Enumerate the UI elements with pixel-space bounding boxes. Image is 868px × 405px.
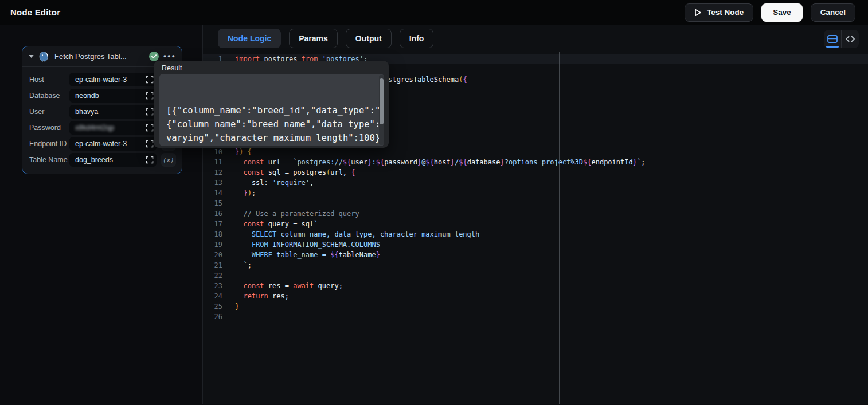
node-menu-icon[interactable]: ●●● xyxy=(163,54,176,59)
code-line-content: }) { xyxy=(229,147,252,157)
postgres-logo-icon xyxy=(38,51,50,62)
code-line-content: WHERE table_name = ${tableName} xyxy=(229,250,380,260)
result-json-line: varying","character_maximum_length":100}… xyxy=(166,131,377,145)
line-number: 15 xyxy=(203,198,229,209)
code-line-content: SELECT column_name, data_type, character… xyxy=(229,229,479,239)
line-number: 24 xyxy=(203,291,229,301)
field-value: dog_breeds xyxy=(75,156,113,164)
line-number: 16 xyxy=(203,209,229,219)
code-line: 21 `; xyxy=(203,260,868,270)
expand-icon[interactable] xyxy=(146,140,154,148)
line-number: 23 xyxy=(203,281,229,291)
line-number: 13 xyxy=(203,178,229,188)
code-line-content: }); xyxy=(229,188,256,198)
code-line: 17 const query = sql` xyxy=(203,219,868,229)
code-line-content: } xyxy=(229,301,239,312)
field-label: Table Name xyxy=(29,156,69,164)
code-line-content: `; xyxy=(229,260,252,270)
code-line: 26 xyxy=(203,312,868,322)
page-title: Node Editor xyxy=(10,7,60,17)
field-value: neondb xyxy=(75,92,99,100)
line-number: 12 xyxy=(203,167,229,178)
editor-tabs: Node LogicParamsOutputInfo xyxy=(203,25,868,52)
variable-badge[interactable]: (x) xyxy=(161,153,176,167)
success-check-icon xyxy=(149,52,159,61)
code-view-button[interactable] xyxy=(841,30,858,48)
field-value: bhavya xyxy=(75,108,98,116)
code-line-content: return res; xyxy=(229,291,289,301)
code-line: 10}) { xyxy=(203,147,868,157)
field-value: ep-calm-water-3 xyxy=(75,76,127,84)
field-value: x8kd4mt2qp xyxy=(75,124,114,132)
line-number: 26 xyxy=(203,312,229,322)
code-line: 22 xyxy=(203,270,868,281)
result-json-line: {"column_name":"origin","data_type":"cha… xyxy=(166,145,377,146)
expand-icon[interactable] xyxy=(146,108,154,116)
print-margin-ruler xyxy=(559,52,560,404)
line-number: 22 xyxy=(203,270,229,281)
code-line: 24 return res; xyxy=(203,291,868,301)
code-line: 20 WHERE table_name = ${tableName} xyxy=(203,250,868,260)
code-line-content: const query = sql` xyxy=(229,219,318,229)
active-view-underline xyxy=(826,46,839,48)
code-line: 14 }); xyxy=(203,188,868,198)
topbar: Node Editor Test Node Save Cancel xyxy=(0,0,868,25)
code-view-icon xyxy=(846,36,855,42)
expand-icon[interactable] xyxy=(146,156,154,164)
result-popover-title: Result xyxy=(162,64,182,72)
field-value: ep-calm-water-3 xyxy=(75,140,127,148)
field-input[interactable]: ep-calm-water-3 xyxy=(69,73,157,86)
line-number: 17 xyxy=(203,219,229,229)
code-line: 19 FROM INFORMATION_SCHEMA.COLUMNS xyxy=(203,239,868,250)
code-line: 25} xyxy=(203,301,868,312)
popover-scrollbar-thumb[interactable] xyxy=(380,78,384,124)
field-label: Password xyxy=(29,124,69,132)
test-node-label: Test Node xyxy=(707,8,744,17)
field-input[interactable]: neondb xyxy=(69,89,157,103)
tab-node-logic[interactable]: Node Logic xyxy=(218,29,281,48)
tab-params[interactable]: Params xyxy=(289,29,338,48)
code-line: 18 SELECT column_name, data_type, charac… xyxy=(203,229,868,239)
code-line: 16 // Use a parameterized query xyxy=(203,209,868,219)
result-json-line: [{"column_name":"breed_id","data_type":"… xyxy=(166,104,377,117)
field-input[interactable]: bhavya xyxy=(69,105,157,119)
expand-icon[interactable] xyxy=(146,92,154,100)
field-input[interactable]: dog_breeds xyxy=(69,153,157,167)
field-badge-slot: (x) xyxy=(157,153,176,167)
expand-icon[interactable] xyxy=(146,124,154,132)
code-line-content xyxy=(229,198,235,209)
cancel-button[interactable]: Cancel xyxy=(811,3,855,22)
field-label: Endpoint ID xyxy=(29,140,69,148)
split-view-icon xyxy=(827,35,838,43)
result-json-block: [{"column_name":"breed_id","data_type":"… xyxy=(159,74,384,146)
tab-info[interactable]: Info xyxy=(400,29,434,48)
result-json-line: {"column_name":"breed_name","data_type":… xyxy=(166,117,377,131)
play-icon xyxy=(694,9,701,17)
field-label: Host xyxy=(29,76,69,84)
code-line: 12 const sql = postgres(url, { xyxy=(203,167,868,178)
field-input[interactable]: x8kd4mt2qp xyxy=(69,121,157,135)
save-button[interactable]: Save xyxy=(761,3,803,22)
field-input[interactable]: ep-calm-water-3 xyxy=(69,137,157,151)
line-number: 11 xyxy=(203,157,229,167)
split-view-button[interactable] xyxy=(824,30,841,48)
line-number: 25 xyxy=(203,301,229,312)
code-line-content xyxy=(229,270,235,281)
test-node-button[interactable]: Test Node xyxy=(685,3,753,22)
line-number: 14 xyxy=(203,188,229,198)
line-number: 10 xyxy=(203,147,229,157)
popover-scrollbar-track[interactable] xyxy=(379,75,384,145)
code-line-content: FROM INFORMATION_SCHEMA.COLUMNS xyxy=(229,239,380,250)
code-line-content: const url = `postgres://${user}:${passwo… xyxy=(229,157,645,167)
expand-icon[interactable] xyxy=(146,76,154,84)
collapse-caret-icon[interactable] xyxy=(29,55,34,58)
code-line-content: // Use a parameterized query xyxy=(229,209,359,219)
line-number: 20 xyxy=(203,250,229,260)
view-toggle xyxy=(824,30,859,48)
tab-output[interactable]: Output xyxy=(346,29,392,48)
code-line-content xyxy=(229,312,235,322)
code-line: 11 const url = `postgres://${user}:${pas… xyxy=(203,157,868,167)
code-line-content: ssl: 'require', xyxy=(229,178,314,188)
field-label: User xyxy=(29,108,69,116)
field-row-table-name: Table Namedog_breeds(x) xyxy=(29,152,176,168)
